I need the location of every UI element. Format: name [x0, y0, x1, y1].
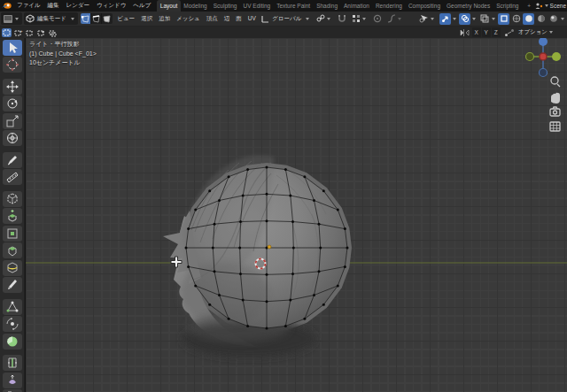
menu-window[interactable]: ウィンドウ — [93, 2, 129, 10]
xray-toggle[interactable] — [478, 13, 490, 25]
viewport-text-line-3: 10センチメートル — [29, 58, 97, 68]
tab-animation[interactable]: Animation — [341, 0, 373, 12]
transform-orientation-dropdown[interactable]: グローバル — [260, 12, 313, 25]
snap-settings-dropdown[interactable] — [350, 12, 369, 25]
header-menu-uv[interactable]: UV — [245, 15, 259, 23]
scene-name[interactable]: Scene — [550, 3, 566, 9]
shading-wireframe-button[interactable] — [510, 13, 522, 25]
gizmo-dropdown-chevron[interactable] — [453, 18, 456, 20]
blender-window: ファイル編集レンダーウィンドウヘルプ LayoutModelingSculpti… — [0, 0, 567, 392]
tab-compositing[interactable]: Compositing — [405, 0, 443, 12]
shading-dropdown-chevron[interactable] — [561, 18, 564, 20]
mirror-y-button[interactable]: Y — [482, 27, 491, 37]
shading-material-button[interactable] — [535, 13, 547, 25]
navigation-gizmo[interactable] — [526, 38, 562, 77]
workspace-tabs: LayoutModelingSculptingUV EditingTexture… — [157, 0, 522, 12]
header-menu-view[interactable]: ビュー — [114, 15, 138, 23]
tool-annotate[interactable] — [3, 152, 22, 168]
menu-help[interactable]: ヘルプ — [129, 2, 154, 10]
viewport-header: 編集モード ビュー選択追加メッシュ頂点辺面UV グローバル — [0, 12, 567, 27]
tab-sculpting[interactable]: Sculpting — [210, 0, 240, 12]
vertex-select-button[interactable] — [81, 13, 91, 24]
top-menu-bar: ファイル編集レンダーウィンドウヘルプ LayoutModelingSculpti… — [0, 0, 567, 12]
viewport-text-line-2: (1) Cube | Cube <F_01> — [29, 50, 97, 59]
snap-toggle[interactable] — [336, 12, 348, 25]
tool-loop-cut[interactable] — [3, 260, 22, 276]
editor-type-button[interactable] — [1, 12, 22, 25]
tab-rendering[interactable]: Rendering — [372, 0, 405, 12]
mode-dropdown[interactable]: 編集モード — [24, 12, 78, 25]
pivot-point-dropdown[interactable] — [315, 12, 334, 25]
tab-geometry-nodes[interactable]: Geometry Nodes — [444, 0, 493, 12]
header-menu-edge[interactable]: 辺 — [221, 15, 233, 23]
select-mode-invert[interactable] — [36, 28, 46, 37]
tab-shading[interactable]: Shading — [314, 0, 341, 12]
tab-scripting[interactable]: Scripting — [493, 0, 522, 12]
header-menu-vertex[interactable]: 頂点 — [203, 15, 221, 23]
scene-icon — [534, 2, 543, 10]
tool-poly-build[interactable] — [3, 299, 22, 315]
tool-smooth[interactable] — [3, 334, 22, 350]
tool-extrude-region[interactable] — [3, 208, 22, 224]
svg-text:-: - — [31, 28, 33, 34]
add-workspace-button[interactable]: + — [524, 0, 534, 12]
mirror-z-button[interactable]: Z — [492, 27, 501, 37]
head-mesh[interactable] — [163, 156, 352, 357]
show-overlays-toggle[interactable] — [459, 13, 470, 25]
tool-knife[interactable] — [3, 277, 22, 293]
show-gizmo-toggle[interactable] — [439, 13, 451, 25]
toggle-xray-button[interactable] — [498, 13, 509, 25]
tool-add-cube[interactable] — [3, 191, 22, 207]
header-menu-select[interactable]: 選択 — [138, 15, 156, 23]
tool-edge-slide[interactable] — [3, 355, 22, 371]
shading-solid-button[interactable] — [523, 13, 534, 25]
header-menu-add[interactable]: 追加 — [156, 15, 174, 23]
tool-shrink-fatten[interactable] — [3, 373, 22, 388]
select-mode-extend[interactable]: + — [13, 28, 23, 37]
select-mode-intersect[interactable] — [48, 28, 58, 37]
tool-rotate[interactable] — [3, 96, 22, 111]
menu-file[interactable]: ファイル — [13, 2, 44, 10]
xray-dropdown-chevron[interactable] — [492, 18, 495, 20]
tab-texture-paint[interactable]: Texture Paint — [274, 0, 314, 12]
proportional-editing-toggle[interactable] — [371, 12, 384, 25]
viewport-overlay-text: ライト・平行投影(1) Cube | Cube <F_01>10センチメートル — [29, 40, 97, 68]
tool-scale[interactable] — [3, 113, 22, 129]
tab-layout[interactable]: Layout — [157, 0, 181, 12]
proportional-falloff-dropdown[interactable] — [385, 12, 405, 25]
tool-transform[interactable] — [3, 130, 22, 146]
edge-select-button[interactable] — [91, 13, 102, 24]
mirror-x-button[interactable]: X — [472, 27, 481, 37]
left-toolbar — [0, 38, 25, 392]
tool-inset-faces[interactable] — [3, 226, 22, 242]
mirror-icon — [460, 28, 470, 37]
options-chevron[interactable] — [549, 31, 553, 34]
snap-symmetry-icon[interactable] — [504, 28, 515, 37]
viewport-buttons[interactable] — [550, 77, 560, 131]
object-visibility-dropdown[interactable] — [417, 12, 438, 25]
viewport-text-line-1: ライト・平行投影 — [29, 40, 97, 50]
tool-bevel[interactable] — [3, 242, 22, 258]
select-mode-subtract[interactable]: - — [25, 28, 35, 37]
select-mode-set[interactable] — [2, 28, 12, 37]
tab-modeling[interactable]: Modeling — [181, 0, 210, 12]
viewport-canvas — [26, 38, 567, 392]
select-mode-buttons — [81, 13, 113, 24]
scene-dropdown-chevron[interactable] — [545, 4, 548, 7]
tool-select-box[interactable] — [3, 40, 22, 56]
tool-spin[interactable] — [3, 316, 22, 332]
header-menu-face[interactable]: 面 — [233, 15, 245, 23]
menu-edit[interactable]: 編集 — [44, 2, 63, 10]
overlays-dropdown-chevron[interactable] — [472, 18, 476, 20]
face-select-button[interactable] — [102, 13, 113, 24]
blender-logo-icon[interactable] — [0, 1, 13, 11]
tool-settings-bar: +- XYZ オプション — [0, 27, 567, 38]
tool-move[interactable] — [3, 79, 22, 95]
tab-uv-editing[interactable]: UV Editing — [240, 0, 274, 12]
options-dropdown[interactable]: オプション — [518, 28, 548, 36]
menu-render[interactable]: レンダー — [63, 2, 93, 10]
header-menu-mesh[interactable]: メッシュ — [174, 15, 204, 23]
tool-measure[interactable] — [3, 169, 22, 185]
tool-cursor[interactable] — [3, 57, 22, 73]
shading-rendered-button[interactable] — [548, 13, 559, 25]
